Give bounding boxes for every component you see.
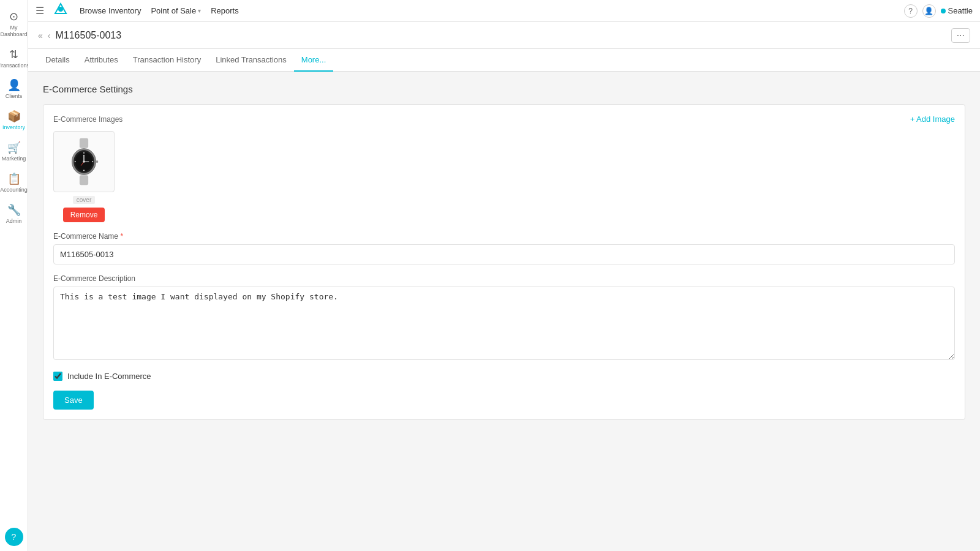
description-form-group: E-Commerce Description	[53, 274, 955, 362]
tab-transaction-history[interactable]: Transaction History	[126, 49, 209, 72]
svg-point-7	[83, 170, 85, 171]
tab-attributes[interactable]: Attributes	[77, 49, 126, 72]
images-label: E-Commerce Images	[53, 115, 123, 124]
app-logo	[54, 2, 67, 19]
name-required: *	[120, 232, 123, 241]
sidebar-label-accounting: Accounting	[0, 187, 28, 193]
ecommerce-name-input[interactable]	[53, 244, 955, 264]
name-label: E-Commerce Name *	[53, 232, 955, 241]
save-button[interactable]: Save	[53, 391, 94, 410]
sidebar-item-accounting[interactable]: 📋 Accounting	[0, 167, 28, 198]
ecommerce-settings-card: E-Commerce Images + Add Image	[43, 104, 965, 420]
tab-linked-transactions[interactable]: Linked Transactions	[208, 49, 294, 72]
sidebar-label-inventory: Inventory	[2, 124, 25, 131]
sidebar-bottom: ?	[5, 528, 23, 546]
svg-point-13	[83, 160, 85, 163]
nav-browse-inventory[interactable]: Browse Inventory	[80, 6, 141, 15]
sidebar-label-marketing: Marketing	[2, 156, 26, 162]
images-header: E-Commerce Images + Add Image	[53, 114, 955, 124]
nav-reports[interactable]: Reports	[211, 6, 239, 15]
watch-preview-image	[62, 137, 105, 186]
tab-details[interactable]: Details	[38, 49, 77, 72]
nav-point-of-sale[interactable]: Point of Sale ▾	[151, 6, 201, 15]
dashboard-icon: ⊙	[9, 10, 18, 23]
image-item: cover Remove	[53, 131, 115, 222]
main-wrapper: ☰ Browse Inventory Point of Sale ▾ Repor…	[28, 0, 980, 551]
page-content: E-Commerce Settings E-Commerce Images + …	[28, 72, 980, 551]
svg-point-8	[75, 161, 76, 162]
topbar: ☰ Browse Inventory Point of Sale ▾ Repor…	[28, 0, 980, 22]
svg-rect-15	[80, 175, 88, 185]
tabs-bar: Details Attributes Transaction History L…	[28, 49, 980, 72]
image-thumbnail	[53, 131, 115, 192]
user-topbar-icon[interactable]: 👤	[922, 4, 936, 18]
svg-point-9	[92, 161, 93, 162]
logo-icon	[54, 2, 67, 16]
sidebar-item-admin[interactable]: 🔧 Admin	[0, 198, 28, 230]
sidebar: ⊙ My Dashboard ⇅ Transactions 👤 Clients …	[0, 0, 28, 551]
description-label: E-Commerce Description	[53, 274, 955, 283]
sidebar-item-dashboard[interactable]: ⊙ My Dashboard	[0, 5, 28, 43]
accounting-icon: 📋	[7, 172, 21, 186]
inventory-icon: 📦	[7, 110, 21, 123]
sidebar-item-marketing[interactable]: 🛒 Marketing	[0, 136, 28, 167]
sidebar-item-clients[interactable]: 👤 Clients	[0, 73, 28, 105]
sidebar-label-transactions: Transactions	[0, 62, 29, 69]
topbar-right: ? 👤 Seattle	[904, 4, 973, 18]
svg-point-6	[83, 152, 85, 154]
help-topbar-icon[interactable]: ?	[904, 4, 918, 18]
tab-more[interactable]: More...	[294, 49, 333, 72]
include-ecommerce-label: Include In E-Commerce	[67, 372, 151, 381]
help-button[interactable]: ?	[5, 528, 23, 546]
svg-point-1	[58, 7, 63, 12]
pos-dropdown-chevron: ▾	[198, 7, 201, 14]
page-header-actions: ···	[951, 28, 970, 43]
image-file-label: cover	[73, 196, 95, 204]
sidebar-label-admin: Admin	[6, 218, 22, 225]
more-actions-button[interactable]: ···	[951, 28, 970, 43]
sidebar-item-inventory[interactable]: 📦 Inventory	[0, 105, 28, 136]
marketing-icon: 🛒	[7, 141, 21, 154]
collapse-all-icon[interactable]: «	[38, 31, 43, 40]
hamburger-icon[interactable]: ☰	[36, 5, 44, 17]
topbar-nav: Browse Inventory Point of Sale ▾ Reports	[80, 6, 894, 15]
image-gallery: cover Remove	[53, 131, 955, 222]
include-ecommerce-checkbox[interactable]	[53, 372, 62, 381]
ecommerce-description-textarea[interactable]	[53, 287, 955, 360]
admin-icon: 🔧	[7, 203, 21, 217]
content-area: « ‹ M116505-0013 ··· Details Attributes …	[28, 22, 980, 551]
sidebar-item-transactions[interactable]: ⇅ Transactions	[0, 43, 28, 74]
include-ecommerce-row: Include In E-Commerce	[53, 372, 955, 381]
page-header: « ‹ M116505-0013 ···	[28, 22, 980, 49]
sidebar-label-dashboard: My Dashboard	[0, 24, 27, 38]
sidebar-label-clients: Clients	[6, 93, 23, 100]
back-arrow-icon[interactable]: ‹	[48, 31, 51, 40]
svg-rect-2	[80, 138, 88, 148]
location-dot-icon	[941, 9, 946, 13]
remove-image-button[interactable]: Remove	[63, 208, 105, 222]
add-image-button[interactable]: + Add Image	[910, 114, 955, 124]
section-title: E-Commerce Settings	[43, 84, 965, 94]
transactions-icon: ⇅	[9, 48, 18, 61]
clients-icon: 👤	[7, 78, 21, 92]
location-label: Seattle	[948, 6, 973, 15]
name-form-group: E-Commerce Name *	[53, 232, 955, 264]
location-display: Seattle	[941, 6, 973, 15]
page-title: M116505-0013	[55, 30, 121, 41]
